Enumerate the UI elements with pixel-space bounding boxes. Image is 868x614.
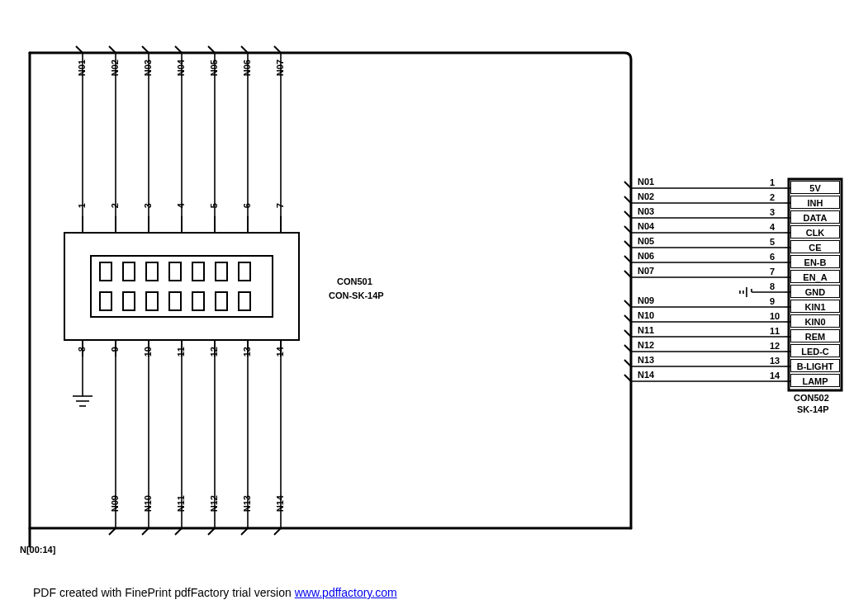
con502-net: N14 bbox=[638, 370, 654, 380]
con502-part: SK-14P bbox=[797, 404, 829, 414]
svg-rect-27 bbox=[146, 292, 158, 310]
svg-rect-20 bbox=[146, 262, 158, 281]
con502-net: N11 bbox=[638, 325, 654, 335]
schematic-diagram: CON501 CON-SK-14P N[00:14] N01N02N03N04N… bbox=[0, 0, 868, 614]
con502-signal-cell: INH bbox=[790, 196, 840, 209]
con501-top-pin: 7 bbox=[275, 203, 285, 208]
con502-pin: 8 bbox=[770, 281, 775, 291]
schematic-svg bbox=[0, 0, 868, 614]
con502-pin: 5 bbox=[770, 237, 775, 247]
con502-net: N07 bbox=[638, 266, 654, 276]
con501-bottom-net: N13 bbox=[242, 495, 252, 512]
svg-rect-24 bbox=[239, 262, 250, 281]
con502-signal-cell: 5V bbox=[790, 181, 840, 194]
con502-pin: 4 bbox=[770, 222, 775, 232]
con502-pin: 13 bbox=[770, 356, 780, 366]
con501-top-net: N03 bbox=[143, 59, 153, 76]
con502-pin: 9 bbox=[770, 296, 775, 306]
con501-bottom-pin: 13 bbox=[242, 347, 252, 357]
con502-net: N09 bbox=[638, 295, 654, 305]
svg-rect-2 bbox=[64, 233, 299, 340]
con502-signal-cell: REM bbox=[790, 329, 840, 342]
con501-top-pin: 5 bbox=[209, 203, 219, 208]
con501-bottom-pin: 9 bbox=[110, 347, 120, 352]
con501-top-net: N07 bbox=[275, 59, 285, 76]
con502-net: N12 bbox=[638, 340, 654, 350]
footer-text: PDF created with FinePrint pdfFactory tr… bbox=[33, 586, 295, 599]
con501-top-net: N02 bbox=[110, 59, 120, 76]
con502-net: N05 bbox=[638, 236, 654, 246]
con502-pin: 7 bbox=[770, 267, 775, 276]
svg-rect-28 bbox=[169, 292, 181, 310]
con502-net: N06 bbox=[638, 251, 654, 261]
con501-top-pin: 6 bbox=[242, 203, 252, 208]
con501-top-pin: 3 bbox=[143, 203, 153, 208]
con502-net: N01 bbox=[638, 177, 654, 187]
con502-signal-cell: KIN1 bbox=[790, 300, 840, 313]
con502-pin: 6 bbox=[770, 252, 775, 262]
con502-pin: 10 bbox=[770, 311, 780, 321]
con502-signal-cell: EN-B bbox=[790, 255, 840, 268]
con501-bottom-pin: 14 bbox=[275, 347, 285, 357]
bus-label: N[00:14] bbox=[20, 545, 55, 555]
con501-top-net: N04 bbox=[176, 59, 186, 76]
con502-signal-cell: EN_A bbox=[790, 270, 840, 283]
svg-rect-26 bbox=[123, 292, 135, 310]
con502-pin: 14 bbox=[770, 371, 780, 380]
con501-bottom-pin: 10 bbox=[143, 347, 153, 357]
con502-net: N03 bbox=[638, 206, 654, 216]
con502-signal-cell: KIN0 bbox=[790, 314, 840, 328]
con502-net: N10 bbox=[638, 310, 654, 320]
svg-rect-25 bbox=[100, 292, 111, 310]
con501-top-net: N01 bbox=[77, 59, 87, 76]
svg-rect-18 bbox=[100, 262, 111, 281]
con501-bottom-pin: 11 bbox=[176, 347, 186, 357]
con502-signal-cell: CE bbox=[790, 240, 840, 253]
con501-bottom-net: N11 bbox=[176, 495, 186, 512]
con502-signal-cell: CLK bbox=[790, 225, 840, 239]
con502-net: N02 bbox=[638, 191, 654, 201]
con502-pin: 1 bbox=[770, 177, 775, 187]
con501-bottom-net: N09 bbox=[110, 495, 120, 512]
con502-net: N13 bbox=[638, 355, 654, 365]
svg-rect-29 bbox=[192, 292, 204, 310]
svg-rect-22 bbox=[192, 262, 204, 281]
con501-bottom-net: N10 bbox=[143, 495, 153, 512]
con501-top-net: N06 bbox=[242, 59, 252, 76]
con501-ref: CON501 bbox=[337, 276, 372, 286]
con502-signal-cell: LAMP bbox=[790, 374, 840, 387]
con501-bottom-net: N12 bbox=[209, 495, 219, 512]
svg-rect-21 bbox=[169, 262, 181, 281]
con502-signal-cell: DATA bbox=[790, 210, 840, 224]
svg-rect-19 bbox=[123, 262, 135, 281]
con502-pin: 12 bbox=[770, 341, 780, 351]
footer-link[interactable]: www.pdffactory.com bbox=[295, 586, 397, 599]
con501-top-pin: 1 bbox=[77, 203, 87, 208]
con502-net: N04 bbox=[638, 221, 654, 231]
svg-rect-23 bbox=[216, 262, 227, 281]
con502-signal-cell: GND bbox=[790, 285, 840, 298]
con501-bottom-net: N14 bbox=[275, 495, 285, 512]
con501-top-net: N05 bbox=[209, 59, 219, 76]
con502-pin: 2 bbox=[770, 192, 775, 202]
con502-pin: 11 bbox=[770, 326, 780, 336]
con501-part: CON-SK-14P bbox=[329, 290, 384, 300]
con502-pin: 3 bbox=[770, 207, 775, 217]
con501-bottom-pin: 12 bbox=[209, 347, 219, 357]
con501-bottom-pin: 8 bbox=[77, 347, 87, 352]
con502-ref: CON502 bbox=[794, 393, 829, 403]
con502-signal-cell: LED-C bbox=[790, 344, 840, 357]
con502-signal-cell: B-LIGHT bbox=[790, 359, 840, 372]
pdf-footer: PDF created with FinePrint pdfFactory tr… bbox=[33, 586, 397, 599]
svg-rect-30 bbox=[216, 292, 227, 310]
con501-top-pin: 2 bbox=[110, 203, 120, 208]
svg-rect-31 bbox=[239, 292, 250, 310]
con501-top-pin: 4 bbox=[176, 203, 186, 208]
